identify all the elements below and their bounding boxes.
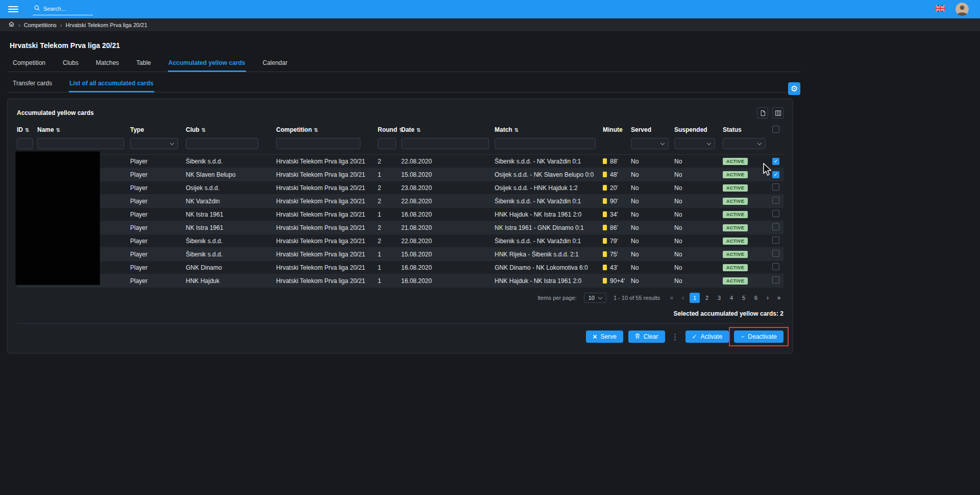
filter-date-input[interactable] (401, 138, 489, 149)
table-row[interactable]: Player NK Varaždin Hrvatski Telekom Prva… (17, 195, 783, 208)
global-search[interactable] (33, 4, 93, 15)
page-button-2[interactable]: 2 (702, 293, 712, 303)
column-header-name[interactable]: Name⇅ (37, 126, 130, 133)
tab-accumulated-yellow-cards[interactable]: Accumulated yellow cards (168, 57, 246, 72)
home-icon[interactable] (8, 21, 15, 29)
filter-round-input[interactable] (378, 138, 396, 149)
last-page-button[interactable]: » (774, 294, 783, 301)
row-checkbox[interactable] (772, 171, 779, 178)
column-header-club[interactable]: Club⇅ (186, 126, 276, 133)
table-row[interactable]: Player Šibenik s.d.d. Hrvatski Telekom P… (17, 155, 783, 168)
page-title: Hrvatski Telekom Prva liga 20/21 (10, 41, 800, 50)
table-row[interactable]: Player NK Istra 1961 Hrvatski Telekom Pr… (17, 221, 783, 234)
prev-page-button[interactable]: ‹ (678, 294, 688, 301)
cell-status: ACTIVE (723, 210, 770, 218)
items-per-page-select[interactable]: 10 (584, 293, 606, 303)
filter-competition-input[interactable] (276, 138, 360, 149)
deactivate-button[interactable]: − Deactivate (734, 331, 783, 343)
column-header-id[interactable]: ID⇅ (17, 126, 37, 133)
cell-status: ACTIVE (723, 197, 770, 205)
cell-club: HNK Hajduk (186, 277, 276, 285)
table-row[interactable]: Player Osijek s.d.d. Hrvatski Telekom Pr… (17, 181, 783, 195)
subtab-transfer-cards[interactable]: Transfer cards (12, 77, 53, 92)
row-checkbox[interactable] (772, 237, 779, 244)
activate-button[interactable]: ✓ Activate (685, 331, 729, 343)
yellow-card-icon (603, 172, 607, 177)
page-button-5[interactable]: 5 (739, 293, 749, 303)
row-checkbox[interactable] (772, 197, 779, 204)
filter-id-input[interactable] (17, 138, 33, 149)
cell-minute: 75' (603, 251, 631, 258)
subtab-list-of-all-accumulated-cards[interactable]: List of all accumulated cards (69, 77, 154, 92)
next-page-button[interactable]: › (763, 294, 772, 301)
row-checkbox[interactable] (772, 276, 779, 284)
first-page-button[interactable]: « (667, 294, 676, 301)
cell-club: NK Varaždin (186, 198, 276, 205)
row-checkbox[interactable] (772, 223, 779, 230)
filter-type-select[interactable] (130, 138, 178, 149)
action-bar: × Serve Clear ⋮ ✓ Activate − Deactivate (17, 324, 783, 353)
table-row[interactable]: Player GNK Dinamo Hrvatski Telekom Prva … (17, 261, 783, 274)
cell-suspended: No (674, 224, 723, 231)
breadcrumb: › Competitions › Hrvatski Telekom Prva l… (0, 18, 980, 31)
cell-status: ACTIVE (723, 184, 770, 192)
cell-match: Šibenik s.d.d. - NK Varaždin 0:1 (495, 238, 603, 245)
more-actions-icon[interactable]: ⋮ (671, 332, 679, 342)
cell-served: No (631, 211, 674, 218)
search-input[interactable] (43, 6, 92, 12)
status-badge: ACTIVE (723, 238, 748, 245)
serve-button[interactable]: × Serve (586, 331, 623, 343)
tab-clubs[interactable]: Clubs (62, 57, 79, 72)
table-row[interactable]: Player NK Slaven Belupo Hrvatski Telekom… (17, 168, 783, 181)
table-row[interactable]: Player Šibenik s.d.d. Hrvatski Telekom P… (17, 234, 783, 248)
column-header-match[interactable]: Match⇅ (495, 126, 603, 133)
column-header-date[interactable]: Date⇅ (401, 126, 495, 133)
breadcrumb-competitions[interactable]: Competitions (24, 22, 57, 28)
column-settings-button[interactable] (772, 107, 783, 119)
row-checkbox[interactable] (772, 263, 779, 270)
column-header-type[interactable]: Type (130, 126, 186, 133)
filter-match-input[interactable] (495, 138, 596, 149)
main-tabs: Competition Clubs Matches Table Accumula… (7, 57, 800, 72)
breadcrumb-current: Hrvatski Telekom Prva liga 20/21 (66, 22, 148, 28)
page-button-6[interactable]: 6 (751, 293, 761, 303)
tab-calendar[interactable]: Calendar (262, 57, 288, 72)
page-button-1[interactable]: 1 (690, 293, 700, 303)
table-row[interactable]: Player Šibenik s.d.d. Hrvatski Telekom P… (17, 248, 783, 261)
cell-minute: 43' (603, 264, 631, 271)
status-badge: ACTIVE (723, 158, 748, 165)
cell-suspended: No (674, 211, 723, 218)
filter-suspended-select[interactable] (674, 138, 715, 149)
language-flag-icon[interactable] (935, 5, 945, 13)
page-button-3[interactable]: 3 (714, 293, 724, 303)
column-header-round[interactable]: Round⇅ (378, 126, 401, 133)
clear-button[interactable]: Clear (628, 331, 665, 343)
cell-suspended: No (674, 184, 723, 192)
settings-gear-button[interactable]: ⚙ (788, 82, 800, 95)
filter-club-input[interactable] (186, 138, 258, 149)
filter-status-select[interactable] (723, 138, 766, 149)
cell-served: No (631, 224, 674, 231)
row-checkbox[interactable] (772, 183, 779, 191)
page-button-4[interactable]: 4 (726, 293, 737, 303)
tab-competition[interactable]: Competition (12, 57, 46, 72)
table-body: Player Šibenik s.d.d. Hrvatski Telekom P… (17, 155, 783, 288)
filter-name-input[interactable] (37, 138, 124, 149)
user-avatar[interactable] (955, 3, 969, 16)
filter-served-select[interactable] (631, 138, 669, 149)
cell-competition: Hrvatski Telekom Prva liga 20/21 (276, 198, 378, 205)
select-all-checkbox[interactable] (772, 126, 779, 133)
row-checkbox[interactable] (772, 158, 779, 165)
tab-matches[interactable]: Matches (95, 57, 119, 72)
table-row[interactable]: Player HNK Hajduk Hrvatski Telekom Prva … (17, 274, 783, 288)
cell-date: 22.08.2020 (401, 158, 495, 165)
row-checkbox[interactable] (772, 250, 779, 257)
table-row[interactable]: Player NK Istra 1961 Hrvatski Telekom Pr… (17, 208, 783, 221)
row-checkbox[interactable] (772, 210, 779, 217)
export-file-button[interactable] (757, 107, 768, 119)
cell-select (770, 250, 783, 258)
column-header-competition[interactable]: Competition⇅ (276, 126, 378, 133)
menu-icon[interactable] (8, 6, 18, 12)
redaction-box (15, 151, 100, 285)
tab-table[interactable]: Table (136, 57, 152, 72)
